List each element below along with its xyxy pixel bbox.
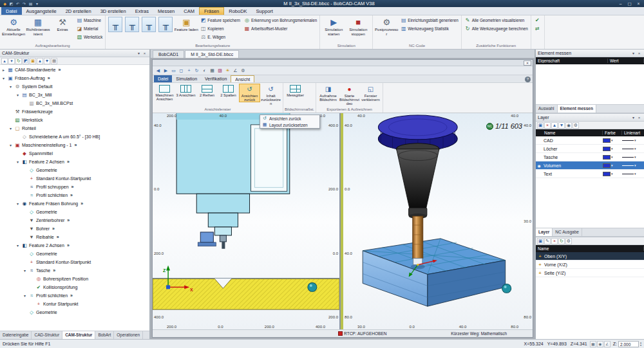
edit-shortcut-icon[interactable]: »	[53, 268, 55, 273]
expander-icon[interactable]: ▾	[10, 143, 14, 147]
layer-linetype-dropdown[interactable]	[622, 163, 644, 167]
expander-icon[interactable]: ▾	[17, 160, 21, 164]
tb-refresh-icon[interactable]: ↻	[15, 58, 22, 64]
ribbon-button-small[interactable]: ⚖ E. Wägen	[199, 33, 242, 41]
panel-close-icon[interactable]	[636, 50, 642, 56]
document-tab[interactable]: M II_3x_Std-DE.bbcc	[185, 50, 239, 58]
tree-item[interactable]: ◇ Geometrie	[0, 166, 149, 174]
tree-item[interactable]: + Standard Kontur-Startpunkt	[0, 174, 149, 183]
tree-item[interactable]: ▧ Werkstück	[0, 116, 149, 124]
ribbon-button[interactable]: ╥	[140, 16, 157, 43]
panel-menu-icon[interactable]	[630, 50, 636, 56]
simulation-ribbon-button[interactable]: 2 Reihen	[196, 84, 218, 98]
lighting-icon[interactable]: ☀	[224, 67, 231, 74]
simulation-ribbon-button[interactable]: 2 Spalten	[218, 84, 239, 98]
expander-icon[interactable]: ▾	[10, 84, 14, 89]
bks-row[interactable]: + Oben (X/Y)	[536, 252, 644, 261]
panel-close-icon[interactable]	[142, 50, 147, 56]
ribbon-button[interactable]: ╥	[157, 16, 174, 43]
edit-shortcut-icon[interactable]: »	[52, 226, 54, 231]
visibility-icon[interactable]	[536, 163, 542, 168]
expander-icon[interactable]: ▸	[3, 68, 7, 72]
edit-shortcut-icon[interactable]: »	[48, 76, 50, 80]
tree-item[interactable]: ◇ Schneidebene A um 60.5° - [30 HB]	[0, 133, 149, 141]
ribbon-button-small[interactable]: ⇄	[533, 24, 543, 33]
menu-item[interactable]: ↺ Ansichten zurück	[260, 115, 319, 122]
dropdown-icon[interactable]: ▾	[34, 1, 40, 6]
layer-row[interactable]: Volumen	[536, 161, 644, 170]
tree-item[interactable]: ▾ ▢ Rohteil	[0, 124, 149, 133]
tree-item[interactable]: ▼ Reibahle »	[0, 233, 149, 241]
measure-icon[interactable]: ∠	[232, 67, 239, 74]
expander-icon[interactable]: ▾	[10, 126, 14, 131]
edit-shortcut-icon[interactable]: »	[57, 235, 59, 239]
pan-icon[interactable]: +	[185, 67, 193, 74]
simulation-ribbon-button[interactable]: ◨ Aufnahme Bildschirm	[317, 84, 339, 102]
tree-item[interactable]: ▾ ◧ Feature 2 Achsen »	[0, 158, 149, 166]
simulation-tab[interactable]: Datei	[154, 75, 172, 82]
edit-shortcut-icon[interactable]: »	[70, 293, 72, 298]
snap-toggle-icon[interactable]: ◉	[597, 341, 603, 347]
tree-item[interactable]: ▾ ▣ Fräsen-Auftrag »	[0, 74, 149, 82]
grid-toggle-icon[interactable]: ▦	[590, 341, 596, 347]
dock-tab[interactable]: BobArt	[95, 331, 114, 339]
simulation-ribbon-button[interactable]: ◱ Fenster verkleinern	[360, 84, 381, 102]
bks-reset-icon[interactable]: ↻	[558, 238, 565, 244]
undo-icon[interactable]: ↶	[15, 1, 21, 6]
ribbon-button-small[interactable]: ▤ Maschine	[75, 16, 104, 24]
layer-linetype-dropdown[interactable]	[622, 155, 644, 159]
ribbon-tab[interactable]: Extras	[131, 7, 153, 15]
simulation-ribbon-button[interactable]: ● Starte Bildschirmvideo	[339, 84, 360, 106]
edit-shortcut-icon[interactable]: »	[67, 218, 69, 223]
bks-settings-icon[interactable]: ⚙	[565, 238, 572, 244]
tree-item[interactable]: ⚒ Fräswerkzeuge	[0, 107, 149, 116]
ribbon-tab[interactable]: Fräsen	[199, 7, 224, 15]
panel-tab[interactable]: NC Ausgabe	[553, 228, 582, 236]
viewport-2d-front[interactable]: 200.040.00.040.0 40.00.0200.0400.0 200.0…	[153, 113, 341, 329]
expander-icon[interactable]: ▾	[24, 268, 28, 273]
shading-icon[interactable]: ◐	[201, 67, 208, 74]
ribbon-button[interactable]: ▦ Richtlinienassistent	[26, 16, 50, 43]
panel-tab[interactable]: Layer	[536, 228, 553, 236]
layer-up-icon[interactable]: ▲	[551, 122, 558, 129]
ribbon-button[interactable]: ■ Simulation stoppen	[346, 16, 370, 43]
edit-shortcut-icon[interactable]: »	[74, 143, 76, 147]
simulation-tab[interactable]: Simulation	[172, 75, 201, 82]
tree-item[interactable]: + Standard Kontur-Startpunkt	[0, 258, 149, 266]
maximize-icon[interactable]: ▢	[625, 1, 634, 6]
ribbon-button[interactable]: ⚙ Aktuelle Einstellungen	[1, 16, 26, 43]
layer-linetype-dropdown[interactable]	[622, 172, 644, 176]
close-icon[interactable]	[524, 60, 531, 66]
ribbon-button[interactable]: ╥	[107, 16, 124, 43]
tree-item[interactable]: + Kontur Startpunkt	[0, 300, 149, 308]
expander-icon[interactable]: ▾	[24, 293, 28, 298]
ribbon-tab[interactable]: Messen	[153, 7, 179, 15]
tree-item[interactable]: ▾ ≈ Profil schlichten »	[0, 291, 149, 300]
help-icon[interactable]	[525, 77, 531, 82]
tree-item[interactable]: ▾ ≈ Tasche »	[0, 266, 149, 275]
edit-shortcut-icon[interactable]: »	[80, 201, 82, 206]
ribbon-tab[interactable]: Datei	[1, 7, 22, 15]
tree-item[interactable]: ◇ Geometrie	[0, 250, 149, 258]
tree-item[interactable]: ◆ Spannmittel	[0, 149, 149, 158]
bks-delete-icon[interactable]: ×	[551, 238, 558, 244]
ribbon-button[interactable]: ⚙ Postprozessor	[374, 16, 399, 43]
ribbon-button-small[interactable]: ◫ Kopieren	[199, 24, 242, 33]
menu-item[interactable]: ▦ Layout zurücksetzen	[260, 122, 319, 128]
palette-icon[interactable]: ▨	[216, 67, 223, 74]
expander-icon[interactable]: ▾	[17, 243, 21, 248]
layer-delete-icon[interactable]: ×	[544, 122, 551, 129]
tree-item[interactable]: ≈ Profil schlichten »	[0, 191, 149, 199]
dock-tab[interactable]: Dateneingabe	[0, 331, 32, 339]
expander-icon[interactable]: ▾	[3, 76, 7, 80]
ribbon-button-small[interactable]: ◪ Material	[75, 24, 104, 33]
nav-back-icon[interactable]: ◀	[155, 67, 162, 74]
tree-item[interactable]: ▾ ▣ Maschineneinstellung - 1 »	[0, 141, 149, 149]
ribbon-button-small[interactable]: ✔	[533, 16, 543, 24]
close-icon[interactable]: ×	[634, 1, 643, 6]
zoom-window-icon[interactable]: ◻	[178, 67, 185, 74]
ribbon-tab[interactable]: Ausgangsteile	[22, 7, 61, 15]
tree-item[interactable]: ▥ BC_3x_Mill.BCPst	[0, 99, 149, 107]
tree-item[interactable]: ▼ Zentrierbohrer »	[0, 216, 149, 224]
zoom-fit-icon[interactable]: ▭	[170, 67, 177, 74]
